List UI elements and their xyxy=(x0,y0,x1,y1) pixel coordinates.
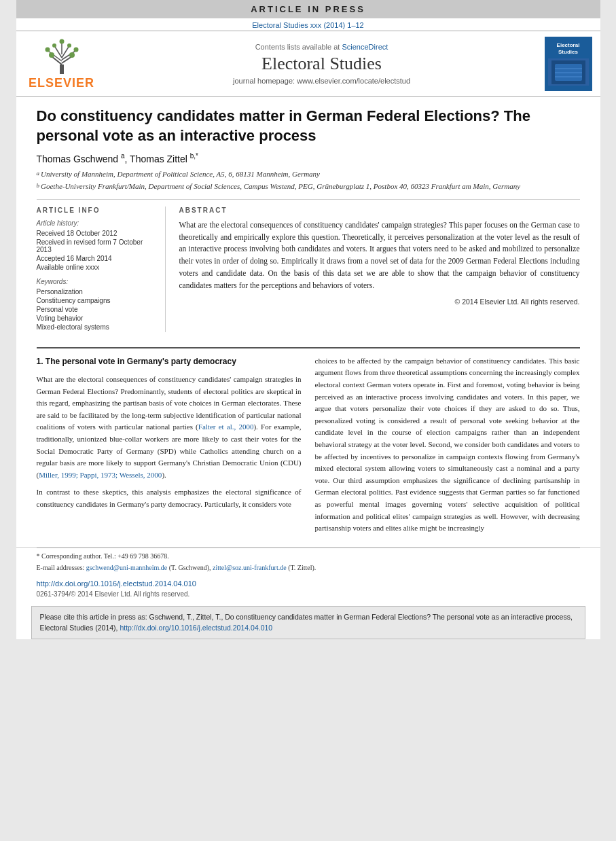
abstract-text: What are the electoral consequences of c… xyxy=(179,219,580,292)
journal-cover-image: ElectoralStudies xyxy=(545,37,592,91)
article-info-title: ARTICLE INFO xyxy=(37,207,156,214)
keywords-label: Keywords: xyxy=(37,278,156,285)
doi-link[interactable]: http://dx.doi.org/10.1016/j.electstud.20… xyxy=(37,579,196,588)
body-column-2: choices to be affected by the campaign b… xyxy=(315,355,580,540)
elsevier-tree-icon xyxy=(38,37,86,75)
available-online: Available online xxxx xyxy=(37,264,156,271)
article-in-press-banner: ARTICLE IN PRESS xyxy=(16,0,600,18)
ref-falter-link[interactable]: Falter et al., 2000 xyxy=(198,423,254,431)
doi-section: http://dx.doi.org/10.1016/j.electstud.20… xyxy=(16,574,600,601)
body-para-2: In contrast to these skeptics, this anal… xyxy=(37,486,302,510)
svg-point-8 xyxy=(49,52,54,58)
svg-point-10 xyxy=(45,48,50,52)
sciencedirect-line: Contents lists available at ScienceDirec… xyxy=(106,43,538,51)
svg-point-9 xyxy=(69,52,75,58)
keyword-2: Constituency campaigns xyxy=(37,297,156,304)
svg-line-2 xyxy=(62,56,72,63)
affiliation-a: a University of Mannheim, Department of … xyxy=(37,168,580,180)
revised-date: Received in revised form 7 October 2013 xyxy=(37,238,156,253)
accepted-date: Accepted 16 March 2014 xyxy=(37,255,156,262)
keywords-section: Keywords: Personalization Constituency c… xyxy=(37,278,156,331)
abstract-title: ABSTRACT xyxy=(179,207,580,214)
sciencedirect-link[interactable]: ScienceDirect xyxy=(342,43,388,51)
affiliation-b: b Goethe-University Frankfurt/Main, Depa… xyxy=(37,181,580,192)
svg-rect-0 xyxy=(60,65,64,74)
footnotes-section: * Corresponding author. Tel.: +49 69 798… xyxy=(16,547,600,573)
authors-line: Thomas Gschwend a, Thomas Zittel b,* xyxy=(37,152,580,164)
email-label: E-mail addresses: xyxy=(37,564,86,571)
body-para-3: choices to be affected by the campaign b… xyxy=(315,355,580,535)
body-column-1: 1. The personal vote in Germany's party … xyxy=(37,355,302,540)
email-zittel[interactable]: zittel@soz.uni-frankfurt.de xyxy=(213,564,287,571)
journal-main-title: Electoral Studies xyxy=(106,54,538,74)
keyword-4: Voting behavior xyxy=(37,315,156,322)
section-1-heading: 1. The personal vote in Germany's party … xyxy=(37,355,302,368)
body-columns: 1. The personal vote in Germany's party … xyxy=(16,355,600,540)
citation-bar: Please cite this article in press as: Gs… xyxy=(31,606,585,640)
footnote-email: E-mail addresses: gschwend@uni-mannheim.… xyxy=(37,562,580,573)
journal-homepage: journal homepage: www.elsevier.com/locat… xyxy=(106,77,538,85)
keyword-3: Personal vote xyxy=(37,306,156,313)
info-abstract-row: ARTICLE INFO Article history: Received 1… xyxy=(37,207,580,332)
received-date: Received 18 October 2012 xyxy=(37,230,156,237)
journal-title-center: Contents lists available at ScienceDirec… xyxy=(106,43,538,85)
email-gschwend[interactable]: gschwend@uni-mannheim.de xyxy=(86,564,167,571)
article-title: Do constituency candidates matter in Ger… xyxy=(37,107,580,145)
svg-point-13 xyxy=(67,43,71,48)
copyright-line: © 2014 Elsevier Ltd. All rights reserved… xyxy=(179,298,580,306)
journal-header: ELSEVIER Contents lists available at Sci… xyxy=(16,31,600,97)
citation-doi-link[interactable]: http://dx.doi.org/10.1016/j.electstud.20… xyxy=(120,624,272,632)
article-content: Do constituency candidates matter in Ger… xyxy=(16,97,600,339)
article-history-label: Article history: xyxy=(37,219,156,227)
divider-after-affiliations xyxy=(37,199,580,200)
body-para-1: What are the electoral consequences of c… xyxy=(37,374,302,481)
gschwend-label: (T. Gschwend), xyxy=(169,564,213,571)
abstract-section: ABSTRACT What are the electoral conseque… xyxy=(179,207,580,332)
affiliations: a University of Mannheim, Department of … xyxy=(37,168,580,192)
svg-point-12 xyxy=(52,43,56,48)
footnote-corresponding: * Corresponding author. Tel.: +49 69 798… xyxy=(37,551,580,561)
svg-line-5 xyxy=(55,47,62,58)
zittel-label: (T. Zittel). xyxy=(288,564,316,571)
elsevier-logo: ELSEVIER xyxy=(24,37,99,90)
svg-point-11 xyxy=(73,48,78,52)
article-info-panel: ARTICLE INFO Article history: Received 1… xyxy=(37,207,166,332)
keyword-1: Personalization xyxy=(37,288,156,296)
elsevier-wordmark: ELSEVIER xyxy=(29,76,94,90)
body-divider xyxy=(37,347,580,348)
keyword-5: Mixed-electoral systems xyxy=(37,323,156,331)
ref-miller-link[interactable]: Miller, 1999; Pappi, 1973; Wessels, 2000 xyxy=(39,471,162,479)
svg-point-14 xyxy=(59,39,64,44)
journal-citation-bar: Electoral Studies xxx (2014) 1–12 xyxy=(16,18,600,31)
issn-line: 0261-3794/© 2014 Elsevier Ltd. All right… xyxy=(37,590,580,598)
